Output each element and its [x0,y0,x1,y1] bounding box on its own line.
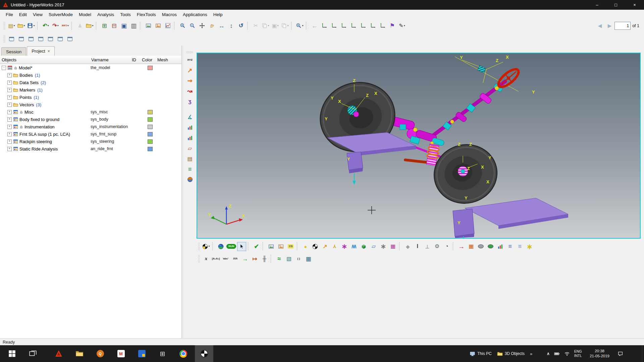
clock[interactable]: 20:3821-05-2019 [586,349,613,359]
capture-settings-button[interactable] [154,21,163,30]
apply-check-button[interactable]: ✔ [252,242,261,251]
column-header-mesh[interactable]: Mesh [156,56,183,64]
menu-edit[interactable]: Edit [16,11,30,18]
minimize-button[interactable]: – [588,0,606,10]
next-page-button[interactable]: ▶ [605,21,614,30]
duplicate-button[interactable]: ▾ [280,21,289,30]
user-profile-button[interactable]: ♟ [75,21,85,30]
tree-row-data-sets[interactable]: +Data Sets(2) [0,79,181,86]
view-iso-button[interactable] [378,21,387,30]
vector-entity-button[interactable]: ↗ [320,242,329,251]
this-pc-item[interactable]: This PC [470,351,492,357]
hyperworks-launcher-icon[interactable] [49,345,68,362]
column-header-color[interactable]: Color [140,56,158,64]
body-entity-button[interactable] [311,242,320,251]
flexbody-button[interactable] [486,242,495,251]
page-flag-button[interactable]: ⚑ [388,21,397,30]
start-button[interactable] [3,345,21,362]
menu-tools[interactable]: Tools [117,11,134,18]
expand-toggle[interactable]: + [7,103,12,107]
menu-model[interactable]: Model [76,11,94,18]
menu-view[interactable]: View [30,11,46,18]
slider-template-button[interactable]: ╫ [260,254,269,263]
dataset-entity-button[interactable]: ▦ [467,242,476,251]
menu-applications[interactable]: Applications [180,11,210,18]
menu-help[interactable]: Help [210,11,226,18]
tree-row-rackpin-steering[interactable]: +Rackpin steeringsys_steering [0,138,181,145]
tab-project[interactable]: Project× [27,46,54,56]
cs-button[interactable]: CS [286,242,295,251]
tree-row-model[interactable]: -Model*the_model [0,64,181,71]
graphic-entity-button[interactable]: ▦ [388,242,397,251]
expand-window-button[interactable]: ▥ [129,21,138,30]
io-template-button[interactable]: ↦ [250,254,259,263]
note-erase-button[interactable]: ▱ [185,144,195,153]
toolbar-drag-handle[interactable] [3,22,5,30]
color-swatch[interactable] [148,110,153,114]
q-app-icon[interactable]: Q [91,345,109,362]
joint-entity-button[interactable]: ∗ [340,242,349,251]
advanced-joint-button[interactable]: ◆ [403,242,412,251]
chrome-icon[interactable] [174,345,193,362]
ruler-measure-button[interactable]: ▤ [185,154,195,163]
tree-row-frnt-sla-susp-1-pc-lca[interactable]: +Frnt SLA susp (1 pc. LCA)sys_frnt_susp [0,130,181,138]
signal-curve-button[interactable]: ≈ [275,254,284,263]
delete-page-button[interactable]: ⊟ [110,21,119,30]
vector-dashed-button[interactable]: ⇝ [185,76,195,85]
bushing-entity-button[interactable]: ⊥ [423,242,432,251]
expand-toggle[interactable]: + [7,88,12,92]
toolbar-overflow-chevron[interactable]: » [530,351,532,356]
tree-row-points[interactable]: +Points(1) [0,94,181,101]
hyperworks-app-active[interactable] [195,345,213,362]
contact-entity-button[interactable]: ∗ [525,242,534,251]
window-layout-grid-button[interactable] [46,35,55,44]
zoom-region-button[interactable]: ▾ [295,21,304,30]
window-layout-button[interactable]: ▣ [119,21,128,30]
motion-entity-button[interactable]: ◔ [442,242,451,251]
capture-image-button[interactable] [144,21,153,30]
open-session-button[interactable]: ▾ [17,21,26,30]
expand-toggle[interactable]: + [7,132,12,136]
window-capture-button[interactable] [65,35,74,44]
capture-alert-button[interactable] [276,242,285,251]
window-edit-button[interactable] [56,35,65,44]
expand-toggle[interactable]: + [7,139,12,144]
capture-view-button[interactable] [267,242,276,251]
color-swatch[interactable] [148,139,153,144]
blue-app-icon[interactable] [132,345,151,362]
table-grid-button[interactable]: ▦ [304,254,313,263]
export-ppt-button[interactable]: PPT▾ [61,21,70,30]
toolbar-drag-handle[interactable] [198,255,200,263]
previous-page-button[interactable]: ◀ [595,21,604,30]
tree-row-body-fixed-to-ground[interactable]: +Body fixed to groundsys_body [0,116,181,123]
measure-columns-button[interactable] [496,242,505,251]
tree-row-misc[interactable]: +Miscsys_misc [0,108,181,116]
save-session-button[interactable]: ▾ [26,21,36,30]
copy-button[interactable]: ▾ [261,21,270,30]
plane-entity-button[interactable]: ▱ [369,242,378,251]
expand-toggle[interactable]: + [7,117,12,122]
add-page-button[interactable]: ⊞ [100,21,109,30]
coords-xyz-button[interactable]: XYZ [185,55,195,64]
color-swatch[interactable] [148,147,153,151]
expand-toggle[interactable]: + [7,95,12,100]
menu-file[interactable]: File [3,11,16,18]
action-center-icon[interactable] [618,351,623,357]
close-button[interactable]: × [625,0,644,10]
pan-button[interactable] [198,21,207,30]
language-indicator[interactable]: ENGINTL [574,349,582,358]
solver-array-button[interactable]: → [240,254,250,263]
menu-macros[interactable]: Macros [159,11,180,18]
expression-builder-button[interactable]: x [202,254,211,263]
tree-row-bodies[interactable]: +Bodies(1) [0,71,181,79]
chart-columns-button[interactable] [185,123,195,132]
tab-close-icon[interactable]: × [48,49,50,54]
tree-row-instrumentation[interactable]: +Instrumentationsys_instrumentation [0,123,181,130]
undo-button[interactable]: ↶▾ [41,21,50,30]
marker-entity-button[interactable]: Y [330,242,339,251]
point-entity-button[interactable]: ● [301,242,310,251]
window-swap-button[interactable] [36,35,45,44]
grid-app-icon[interactable]: ⊞ [153,345,172,362]
redo-button[interactable]: ↷▾ [51,21,60,30]
curve-create-button[interactable]: ↝ [185,86,195,96]
